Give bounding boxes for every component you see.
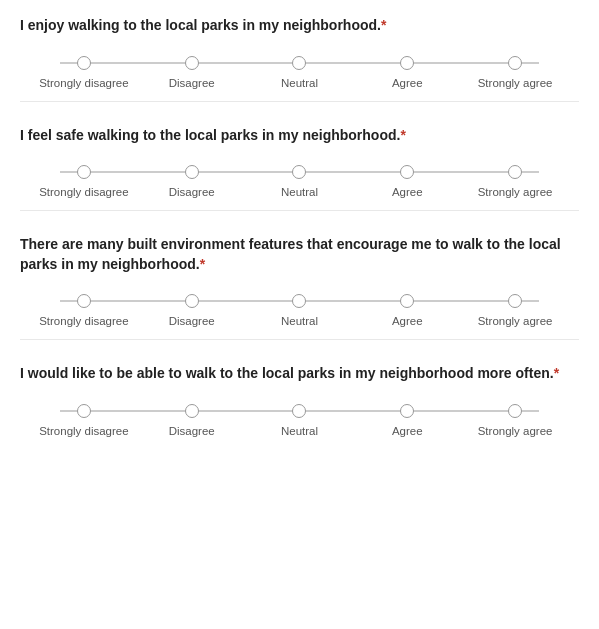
scale-point-3-5: Strongly agree [461,294,569,329]
required-star-2: * [400,127,405,143]
question-block-1: I enjoy walking to the local parks in my… [20,16,579,102]
scale-point-1-4: Agree [353,56,461,91]
scale-circle-2-1[interactable] [77,165,91,179]
question-text-1: I enjoy walking to the local parks in my… [20,16,579,36]
scale-point-3-3: Neutral [246,294,354,329]
scale-points-1: Strongly disagreeDisagreeNeutralAgreeStr… [30,56,569,91]
scale-point-3-4: Agree [353,294,461,329]
scale-circle-4-4[interactable] [400,404,414,418]
scale-point-1-3: Neutral [246,56,354,91]
scale-point-4-1: Strongly disagree [30,404,138,439]
scale-circle-3-1[interactable] [77,294,91,308]
scale-label-2-3: Neutral [281,185,318,200]
scale-circle-3-4[interactable] [400,294,414,308]
scale-label-1-4: Agree [392,76,423,91]
scale-label-4-5: Strongly agree [478,424,553,439]
scale-container-3: Strongly disagreeDisagreeNeutralAgreeStr… [20,292,579,329]
scale-label-1-1: Strongly disagree [39,76,129,91]
scale-container-2: Strongly disagreeDisagreeNeutralAgreeStr… [20,163,579,200]
scale-circle-4-5[interactable] [508,404,522,418]
required-star-3: * [200,256,205,272]
scale-point-2-5: Strongly agree [461,165,569,200]
scale-points-3: Strongly disagreeDisagreeNeutralAgreeStr… [30,294,569,329]
question-block-2: I feel safe walking to the local parks i… [20,126,579,212]
scale-point-1-1: Strongly disagree [30,56,138,91]
scale-label-4-4: Agree [392,424,423,439]
divider-1 [20,101,579,102]
scale-point-2-3: Neutral [246,165,354,200]
divider-3 [20,339,579,340]
scale-point-4-5: Strongly agree [461,404,569,439]
scale-label-4-1: Strongly disagree [39,424,129,439]
scale-label-1-3: Neutral [281,76,318,91]
question-block-4: I would like to be able to walk to the l… [20,364,579,439]
scale-label-3-2: Disagree [169,314,215,329]
scale-circle-4-3[interactable] [292,404,306,418]
scale-circle-4-2[interactable] [185,404,199,418]
scale-circle-2-2[interactable] [185,165,199,179]
scale-circle-2-5[interactable] [508,165,522,179]
scale-point-2-2: Disagree [138,165,246,200]
scale-label-1-5: Strongly agree [478,76,553,91]
question-text-2: I feel safe walking to the local parks i… [20,126,579,146]
scale-label-2-4: Agree [392,185,423,200]
scale-circle-2-3[interactable] [292,165,306,179]
question-text-4: I would like to be able to walk to the l… [20,364,579,384]
scale-label-3-1: Strongly disagree [39,314,129,329]
scale-circle-1-4[interactable] [400,56,414,70]
divider-2 [20,210,579,211]
scale-circle-1-2[interactable] [185,56,199,70]
scale-point-1-5: Strongly agree [461,56,569,91]
scale-point-1-2: Disagree [138,56,246,91]
scale-label-3-5: Strongly agree [478,314,553,329]
scale-label-2-2: Disagree [169,185,215,200]
question-text-3: There are many built environment feature… [20,235,579,274]
scale-label-4-2: Disagree [169,424,215,439]
scale-point-4-4: Agree [353,404,461,439]
scale-point-2-4: Agree [353,165,461,200]
required-star-1: * [381,17,386,33]
question-block-3: There are many built environment feature… [20,235,579,340]
scale-point-4-2: Disagree [138,404,246,439]
survey-container: I enjoy walking to the local parks in my… [20,16,579,439]
scale-container-4: Strongly disagreeDisagreeNeutralAgreeStr… [20,402,579,439]
scale-label-2-1: Strongly disagree [39,185,129,200]
scale-point-3-2: Disagree [138,294,246,329]
scale-point-2-1: Strongly disagree [30,165,138,200]
scale-container-1: Strongly disagreeDisagreeNeutralAgreeStr… [20,54,579,91]
scale-label-1-2: Disagree [169,76,215,91]
scale-point-4-3: Neutral [246,404,354,439]
scale-circle-2-4[interactable] [400,165,414,179]
scale-circle-3-2[interactable] [185,294,199,308]
scale-label-4-3: Neutral [281,424,318,439]
scale-label-3-4: Agree [392,314,423,329]
scale-circle-1-3[interactable] [292,56,306,70]
required-star-4: * [554,365,559,381]
scale-label-2-5: Strongly agree [478,185,553,200]
scale-point-3-1: Strongly disagree [30,294,138,329]
scale-circle-3-5[interactable] [508,294,522,308]
scale-label-3-3: Neutral [281,314,318,329]
scale-points-4: Strongly disagreeDisagreeNeutralAgreeStr… [30,404,569,439]
scale-circle-3-3[interactable] [292,294,306,308]
scale-circle-1-1[interactable] [77,56,91,70]
scale-circle-1-5[interactable] [508,56,522,70]
scale-points-2: Strongly disagreeDisagreeNeutralAgreeStr… [30,165,569,200]
scale-circle-4-1[interactable] [77,404,91,418]
